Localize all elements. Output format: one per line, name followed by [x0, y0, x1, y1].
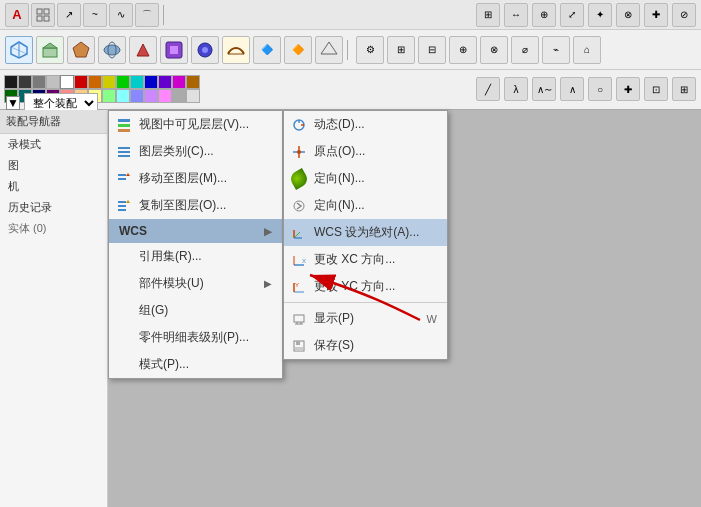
toolbar-small-icon8[interactable]: ⊞: [672, 77, 696, 101]
color-swatch-white[interactable]: [60, 75, 74, 89]
menu-item-group[interactable]: 组(G): [109, 297, 282, 324]
menu-item-layer-category[interactable]: 图层类别(C)...: [109, 138, 282, 165]
sidebar-title: 装配导航器: [6, 115, 61, 127]
color-swatch-darkgray[interactable]: [18, 75, 32, 89]
color-swatch-brown[interactable]: [186, 75, 200, 89]
color-swatch-magenta[interactable]: [172, 75, 186, 89]
menu-item-dynamic[interactable]: 动态(D)...: [284, 111, 447, 138]
toolbar-3d-icon4[interactable]: [98, 36, 126, 64]
menu-item-display[interactable]: 显示(P) W: [284, 305, 447, 332]
toolbar-icon-r7[interactable]: ✚: [644, 3, 668, 27]
toolbar-icon-a[interactable]: A: [5, 3, 29, 27]
menu-item-change-xc[interactable]: X 更改 XC 方向...: [284, 246, 447, 273]
toolbar-3d-icon11[interactable]: [315, 36, 343, 64]
svg-marker-17: [321, 42, 337, 54]
toolbar-icon-extra3[interactable]: ⊟: [418, 36, 446, 64]
toolbar-3d-icon7[interactable]: [191, 36, 219, 64]
toolbar-icon-grid[interactable]: [31, 3, 55, 27]
orient-leaf-icon: [290, 170, 308, 188]
toolbar-3d-icon6[interactable]: [160, 36, 188, 64]
menu-item-bom-level[interactable]: 零件明细表级别(P)...: [109, 324, 282, 351]
menu-item-wcs[interactable]: WCS ▶: [109, 219, 282, 243]
svg-text:X: X: [302, 258, 306, 264]
color-swatch-orange[interactable]: [88, 75, 102, 89]
menu-level2: 动态(D)... 原点(O)... 定向(N)... 定向(N)...: [283, 110, 448, 360]
menu-label-move-layer: 移动至图层(M)...: [139, 170, 227, 187]
color-swatch-lightcyan[interactable]: [116, 89, 130, 103]
menu-label-change-xc: 更改 XC 方向...: [314, 251, 395, 268]
menu-label-refset: 引用集(R)...: [139, 248, 202, 265]
toolbar-icon-wave1[interactable]: ~: [83, 3, 107, 27]
toolbar-icon-extra6[interactable]: ⌀: [511, 36, 539, 64]
toolbar-3d-icon10[interactable]: 🔶: [284, 36, 312, 64]
color-swatch-yellow[interactable]: [102, 75, 116, 89]
color-swatch-medgray[interactable]: [172, 89, 186, 103]
color-swatch-purple[interactable]: [158, 75, 172, 89]
color-swatch-blue[interactable]: [144, 75, 158, 89]
toolbar-3d-icon3[interactable]: [67, 36, 95, 64]
menu-item-move-layer[interactable]: 移动至图层(M)...: [109, 165, 282, 192]
copy-layer-icon: [115, 197, 133, 215]
menu-item-refset[interactable]: 引用集(R)...: [109, 243, 282, 270]
svg-rect-1: [44, 9, 49, 14]
color-swatch-green[interactable]: [116, 75, 130, 89]
color-swatch-lightgray[interactable]: [186, 89, 200, 103]
toolbar-icon-r1[interactable]: ⊞: [476, 3, 500, 27]
menu-item-save[interactable]: 保存(S): [284, 332, 447, 359]
menu-item-orient-leaf[interactable]: 定向(N)...: [284, 165, 447, 192]
toolbar-small-icon7[interactable]: ⊡: [644, 77, 668, 101]
toolbar-small-icon6[interactable]: ✚: [616, 77, 640, 101]
color-swatch-lavender[interactable]: [144, 89, 158, 103]
toolbar-icon-r8[interactable]: ⊘: [672, 3, 696, 27]
toolbar-icon-extra1[interactable]: ⚙: [356, 36, 384, 64]
menu-item-origin[interactable]: 原点(O)...: [284, 138, 447, 165]
toolbar-icon-extra2[interactable]: ⊞: [387, 36, 415, 64]
color-swatch-red[interactable]: [74, 75, 88, 89]
menu-item-mode[interactable]: 模式(P)...: [109, 351, 282, 378]
color-swatch-lightgreen[interactable]: [102, 89, 116, 103]
menu-item-visible-layers[interactable]: 视图中可见层层(V)...: [109, 111, 282, 138]
toolbar-3d-icon5[interactable]: [129, 36, 157, 64]
display-shortcut: W: [427, 313, 437, 325]
toolbar-3d-icon2[interactable]: [36, 36, 64, 64]
left-sidebar: 装配导航器 录模式 图 机 历史记录 实体 (0): [0, 110, 108, 507]
svg-rect-20: [118, 129, 130, 132]
toolbar-icon-arrow[interactable]: ↗: [57, 3, 81, 27]
toolbar-icon-extra5[interactable]: ⊗: [480, 36, 508, 64]
toolbar-icon-r2[interactable]: ↔: [504, 3, 528, 27]
menu-item-component-module[interactable]: 部件模块(U) ▶: [109, 270, 282, 297]
toolbar-small-icon2[interactable]: λ: [504, 77, 528, 101]
toolbar-small-icon3[interactable]: ∧∼: [532, 77, 556, 101]
menu-item-change-yc[interactable]: Y 更改 YC 方向...: [284, 273, 447, 300]
dropdown-arrow[interactable]: ▼: [6, 96, 20, 110]
sidebar-item-history[interactable]: 历史记录: [0, 197, 107, 218]
toolbar-icon-r4[interactable]: ⤢: [560, 3, 584, 27]
toolbar-icon-extra7[interactable]: ⌁: [542, 36, 570, 64]
toolbar-icon-curve[interactable]: ⌒: [135, 3, 159, 27]
color-swatch-lightmagenta[interactable]: [158, 89, 172, 103]
color-swatch-black[interactable]: [4, 75, 18, 89]
menu-label-origin: 原点(O)...: [314, 143, 365, 160]
color-swatch-silver[interactable]: [46, 75, 60, 89]
color-swatch-lightblue[interactable]: [130, 89, 144, 103]
toolbar-small-icon5[interactable]: ○: [588, 77, 612, 101]
toolbar-icon-r6[interactable]: ⊗: [616, 3, 640, 27]
toolbar-3d-icon8[interactable]: [222, 36, 250, 64]
menu-item-copy-layer[interactable]: 复制至图层(O)...: [109, 192, 282, 219]
toolbar-3d-icon9[interactable]: 🔷: [253, 36, 281, 64]
sidebar-item-1[interactable]: 机: [0, 176, 107, 197]
toolbar-small-icon4[interactable]: ∧: [560, 77, 584, 101]
menu-label-copy-layer: 复制至图层(O)...: [139, 197, 226, 214]
toolbar-icon-r5[interactable]: ✦: [588, 3, 612, 27]
toolbar-icon-extra8[interactable]: ⌂: [573, 36, 601, 64]
sidebar-item-0[interactable]: 图: [0, 155, 107, 176]
toolbar-icon-wave2[interactable]: ∿: [109, 3, 133, 27]
toolbar-small-icon1[interactable]: ╱: [476, 77, 500, 101]
toolbar-icon-extra4[interactable]: ⊕: [449, 36, 477, 64]
color-swatch-cyan[interactable]: [130, 75, 144, 89]
toolbar-3d-icon1[interactable]: [5, 36, 33, 64]
menu-item-orient2[interactable]: 定向(N)...: [284, 192, 447, 219]
menu-item-wcs-absolute[interactable]: WCS 设为绝对(A)...: [284, 219, 447, 246]
toolbar-icon-r3[interactable]: ⊕: [532, 3, 556, 27]
color-swatch-gray[interactable]: [32, 75, 46, 89]
